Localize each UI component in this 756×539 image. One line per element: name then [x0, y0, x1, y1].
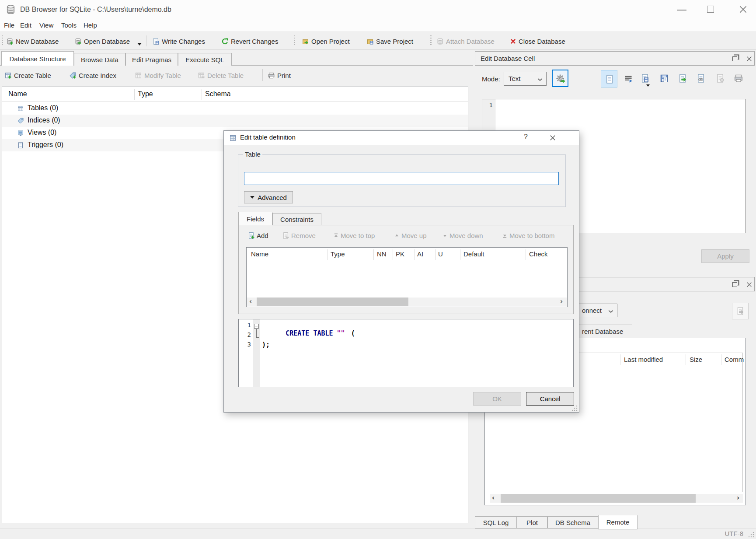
remote-column-size[interactable]: Size: [690, 356, 702, 363]
open-database-button[interactable]: Open Database: [74, 36, 130, 46]
scrollbar-thumb[interactable]: [501, 494, 696, 503]
print-icon: [268, 72, 275, 79]
text-mode-button[interactable]: [601, 70, 617, 88]
identity-select-value: onnect: [582, 307, 602, 314]
tab-execute-sql[interactable]: Execute SQL: [178, 53, 232, 66]
image-link-icon[interactable]: [696, 74, 706, 83]
col-check[interactable]: Check: [529, 250, 548, 258]
remove-field-button: Remove: [282, 230, 316, 241]
dialog-resize-grip[interactable]: [572, 406, 578, 411]
remote-hscrollbar[interactable]: ‹ ›: [490, 494, 743, 503]
scroll-left-icon[interactable]: ‹: [249, 298, 252, 305]
tree-row-tables[interactable]: Tables (0): [2, 102, 468, 115]
scroll-right-icon[interactable]: ›: [560, 298, 563, 305]
menu-file[interactable]: File: [4, 21, 14, 29]
word-wrap-icon[interactable]: [624, 74, 633, 84]
write-changes-button[interactable]: Write Changes: [152, 36, 205, 46]
toolbar-drag-handle[interactable]: [294, 35, 295, 46]
col-u[interactable]: U: [438, 250, 443, 258]
float-panel-icon[interactable]: [732, 56, 737, 61]
export-data-icon[interactable]: [659, 74, 669, 83]
tree-row-label: Triggers (0): [28, 141, 63, 149]
col-name[interactable]: Name: [251, 250, 268, 258]
add-field-button[interactable]: Add: [247, 230, 268, 241]
close-database-button[interactable]: Close Database: [510, 36, 565, 46]
cancel-button[interactable]: Cancel: [526, 392, 574, 406]
auto-apply-button[interactable]: [552, 70, 568, 87]
tab-remote[interactable]: Remote: [598, 515, 638, 529]
dialog-help-button[interactable]: ?: [524, 133, 528, 141]
scrollbar-thumb[interactable]: [257, 298, 408, 306]
tab-sql-log[interactable]: SQL Log: [475, 516, 517, 528]
close-panel-icon[interactable]: [746, 56, 752, 62]
fields-grid-hscrollbar[interactable]: ‹ ›: [247, 298, 567, 306]
col-pk[interactable]: PK: [396, 250, 404, 258]
save-project-button[interactable]: Save Project: [366, 36, 413, 46]
mode-select[interactable]: Text: [504, 72, 547, 86]
fields-grid-header: Name Type NN PK AI U Default Check: [247, 248, 567, 261]
import-menu-arrow[interactable]: [646, 84, 650, 87]
status-separator: [747, 531, 747, 538]
create-table-button[interactable]: Create Table: [4, 70, 51, 80]
menu-tools[interactable]: Tools: [61, 21, 77, 29]
open-in-external-icon[interactable]: [678, 74, 687, 83]
tab-browse-data[interactable]: Browse Data: [74, 53, 125, 66]
add-field-icon: [247, 232, 255, 239]
encoding-indicator[interactable]: UTF-8: [700, 530, 743, 537]
menu-edit[interactable]: Edit: [20, 21, 31, 29]
remote-column-commit[interactable]: Comm: [725, 356, 744, 363]
import-data-icon[interactable]: [640, 74, 650, 83]
col-ai[interactable]: AI: [417, 250, 423, 258]
dialog-close-icon[interactable]: [550, 135, 556, 141]
attach-database-button: Attach Database: [436, 36, 495, 46]
maximize-button[interactable]: [703, 0, 721, 19]
open-project-button[interactable]: Open Project: [302, 36, 350, 46]
tab-edit-pragmas[interactable]: Edit Pragmas: [125, 53, 178, 66]
tab-execute-sql-label: Execute SQL: [185, 56, 224, 63]
tree-column-schema[interactable]: Schema: [205, 90, 231, 98]
tab-plot[interactable]: Plot: [517, 516, 547, 528]
new-database-button[interactable]: New Database: [6, 36, 59, 46]
col-default[interactable]: Default: [463, 250, 484, 258]
revert-changes-icon: [221, 38, 229, 45]
tree-row-indices[interactable]: Indices (0): [2, 115, 468, 127]
toolbar-drag-handle[interactable]: [2, 35, 3, 46]
fold-marker-icon[interactable]: [254, 324, 259, 329]
dialog-title-bar[interactable]: Edit table definition ?: [224, 131, 579, 145]
main-toolbar: New Database Open Database Write Changes…: [0, 32, 756, 50]
minimize-button[interactable]: [673, 0, 691, 19]
close-button[interactable]: [735, 0, 754, 19]
menu-view[interactable]: View: [39, 21, 53, 29]
col-nn[interactable]: NN: [377, 250, 387, 258]
open-database-menu-arrow[interactable]: [137, 43, 142, 46]
table-name-input[interactable]: [244, 172, 559, 185]
window-resize-grip[interactable]: [749, 532, 754, 538]
scroll-right-icon[interactable]: ›: [737, 494, 739, 502]
print-cell-icon[interactable]: [734, 74, 743, 83]
tab-db-schema[interactable]: DB Schema: [547, 516, 598, 528]
tab-database-structure[interactable]: Database Structure: [1, 51, 74, 66]
menu-help[interactable]: Help: [84, 21, 97, 29]
float-panel-icon[interactable]: [732, 282, 737, 287]
dialog-tab-fields-label: Fields: [247, 215, 264, 223]
create-index-button[interactable]: Create Index: [69, 70, 116, 80]
tree-column-name[interactable]: Name: [8, 90, 27, 98]
indices-icon: [17, 117, 24, 124]
tree-column-type[interactable]: Type: [138, 90, 153, 98]
scroll-left-icon[interactable]: ‹: [492, 494, 495, 502]
advanced-button[interactable]: Advanced: [244, 191, 293, 203]
print-button[interactable]: Print: [268, 70, 291, 80]
clone-database-button: [732, 303, 749, 319]
tree-row-label: Views (0): [28, 129, 56, 136]
revert-changes-button[interactable]: Revert Changes: [221, 36, 278, 46]
text-document-icon: [605, 74, 614, 84]
remote-column-last-modified[interactable]: Last modified: [624, 356, 663, 363]
sql-preview[interactable]: 1 2 3 CREATE TABLE""( );: [238, 319, 574, 387]
toolbar-drag-handle[interactable]: [430, 35, 432, 46]
col-type[interactable]: Type: [331, 250, 345, 258]
close-panel-icon[interactable]: [746, 282, 752, 287]
dialog-tab-fields[interactable]: Fields: [238, 212, 272, 225]
window-title: DB Browser for SQLite - C:\Users\turne\d…: [20, 0, 171, 19]
dialog-tab-constraints[interactable]: Constraints: [272, 213, 321, 225]
maximize-icon: [707, 6, 714, 13]
